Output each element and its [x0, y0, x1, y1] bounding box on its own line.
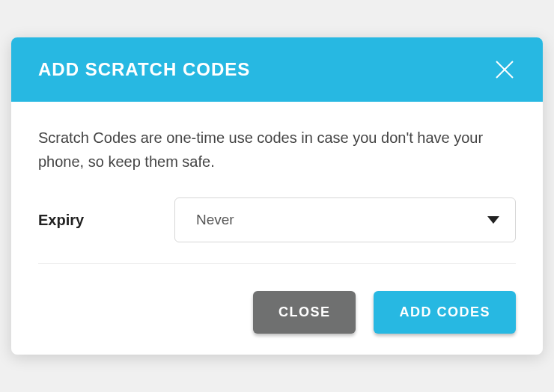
modal-footer: CLOSE ADD CODES: [11, 270, 543, 355]
expiry-selected-value: Never: [196, 212, 234, 228]
expiry-select-wrap: Never: [174, 197, 516, 242]
expiry-select[interactable]: Never: [174, 197, 516, 242]
close-button[interactable]: CLOSE: [253, 291, 356, 334]
expiry-label: Expiry: [38, 212, 150, 229]
modal-body: Scratch Codes are one-time use codes in …: [11, 102, 543, 270]
add-scratch-codes-modal: ADD SCRATCH CODES Scratch Codes are one-…: [11, 37, 543, 355]
modal-title: ADD SCRATCH CODES: [38, 59, 250, 80]
close-icon[interactable]: [493, 58, 516, 81]
add-codes-button[interactable]: ADD CODES: [374, 291, 516, 334]
modal-header: ADD SCRATCH CODES: [11, 37, 543, 102]
expiry-row: Expiry Never: [38, 197, 516, 264]
modal-description: Scratch Codes are one-time use codes in …: [38, 126, 516, 174]
